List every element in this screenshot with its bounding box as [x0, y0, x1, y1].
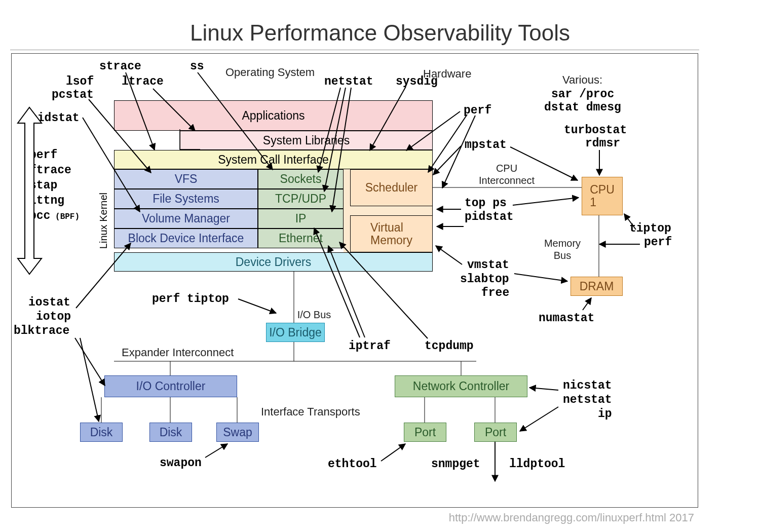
- tool-ltrace: ltrace: [122, 75, 164, 88]
- box-io-controller: I/O Controller: [104, 375, 237, 397]
- box-port-1: Port: [404, 423, 446, 442]
- box-syscall-interface: System Call Interface: [114, 150, 433, 169]
- footer-text: http://www.brendangregg.com/linuxperf.ht…: [449, 511, 694, 524]
- box-ethernet: Ethernet: [258, 229, 344, 248]
- tool-perf-tiptop: perf tiptop: [152, 292, 229, 306]
- box-sockets: Sockets: [258, 169, 344, 189]
- box-network-controller: Network Controller: [395, 375, 527, 397]
- box-disk-1: Disk: [80, 423, 123, 442]
- label-memory-bus: MemoryBus: [540, 237, 585, 261]
- box-filesystems: File Systems: [114, 189, 258, 209]
- label-various: Various:: [562, 73, 602, 87]
- tool-nicstat: nicstat: [563, 379, 612, 392]
- tool-netstat: netstat: [324, 75, 373, 88]
- tool-ss: ss: [190, 60, 204, 73]
- tool-pcstat: pcstat: [52, 88, 94, 101]
- tool-snmpget: snmpget: [431, 458, 480, 471]
- box-scheduler: Scheduler: [350, 169, 433, 206]
- tool-sar-proc: sar /proc: [551, 88, 614, 101]
- tool-numastat: numastat: [539, 312, 594, 325]
- tool-pidstat: pidstat: [30, 111, 80, 125]
- box-swap: Swap: [216, 423, 259, 442]
- box-system-libraries: System Libraries: [180, 131, 433, 150]
- tool-turbostat: turbostat: [564, 124, 627, 137]
- tool-lsof: lsof: [66, 75, 94, 88]
- tool-slabtop: slabtop: [460, 273, 509, 286]
- tool-tcpdump: tcpdump: [425, 339, 474, 353]
- box-block-device-interface: Block Device Interface: [114, 229, 258, 248]
- label-operating-system: Operating System: [225, 66, 315, 79]
- tool-swapon: swapon: [160, 457, 202, 470]
- box-dram: DRAM: [571, 277, 623, 296]
- tool-iotop: iotop: [36, 310, 71, 323]
- diagram-title: Linux Performance Observability Tools: [0, 20, 760, 46]
- tool-perf-top: perf: [464, 104, 491, 117]
- box-cpu: CPU1: [582, 177, 623, 215]
- box-disk-2: Disk: [149, 423, 192, 442]
- tool-top-ps: top ps: [465, 197, 507, 210]
- tool-vmstat: vmstat: [467, 258, 509, 272]
- label-io-bus: I/O Bus: [294, 309, 334, 321]
- tool-tiptop: tiptop: [629, 222, 671, 235]
- box-tcpudp: TCP/UDP: [258, 189, 344, 209]
- label-expander-interconnect: Expander Interconnect: [122, 346, 234, 359]
- tool-free: free: [481, 286, 509, 299]
- box-applications: Applications: [114, 100, 433, 131]
- tool-ip: ip: [598, 407, 612, 421]
- tool-lldptool: lldptool: [509, 458, 565, 471]
- box-io-bridge: I/O Bridge: [266, 323, 325, 342]
- tool-mpstat: mpstat: [465, 138, 507, 151]
- box-virtual-memory: VirtualMemory: [350, 215, 433, 252]
- tool-pidstat2: pidstat: [465, 210, 514, 223]
- tool-netstat2: netstat: [563, 393, 612, 406]
- tool-rdmsr: rdmsr: [585, 137, 620, 150]
- box-device-drivers: Device Drivers: [114, 252, 433, 272]
- tool-dstat-dmesg: dstat dmesg: [544, 101, 621, 114]
- label-cpu-interconnect: CPUInterconnect: [476, 162, 537, 186]
- label-interface-transports: Interface Transports: [261, 405, 360, 419]
- tool-perf2: perf: [644, 236, 672, 249]
- tool-perf-ftrace-group: perfftracestaplttngbcc (BPF): [29, 148, 80, 223]
- tool-iptraf: iptraf: [349, 339, 391, 353]
- tool-iostat: iostat: [28, 296, 70, 309]
- box-volume-manager: Volume Manager: [114, 209, 258, 229]
- box-port-2: Port: [474, 423, 517, 442]
- label-linux-kernel: Linux Kernel: [98, 193, 109, 249]
- tool-sysdig: sysdig: [396, 75, 438, 88]
- box-vfs: VFS: [114, 169, 258, 189]
- title-divider: [10, 50, 699, 50]
- box-ip: IP: [258, 209, 344, 229]
- tool-ethtool: ethtool: [328, 458, 377, 471]
- tool-blktrace: blktrace: [14, 324, 69, 337]
- tool-strace: strace: [99, 60, 141, 73]
